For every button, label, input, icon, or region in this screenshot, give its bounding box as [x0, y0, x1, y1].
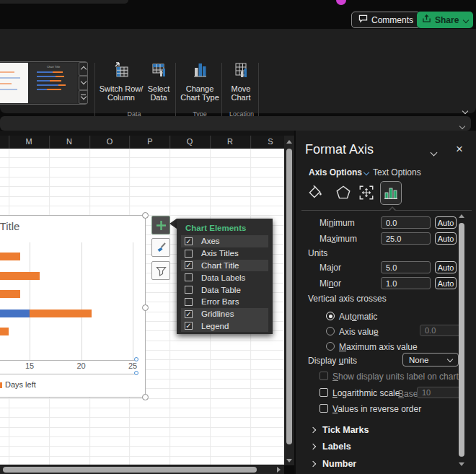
panel-scroll-thumb[interactable] — [459, 223, 464, 457]
axis-tick-label[interactable]: 25 — [125, 361, 141, 370]
checkbox-icon[interactable]: ✓ — [185, 237, 193, 245]
axis-value-radio[interactable] — [326, 327, 335, 335]
checkbox-icon[interactable] — [185, 250, 193, 258]
max-axis-value-radio[interactable] — [326, 342, 335, 351]
axis-tick-label[interactable]: 20 — [74, 361, 89, 370]
scroll-down-arrow-icon[interactable] — [286, 459, 292, 462]
axis-selection-handle-bottom[interactable] — [134, 371, 138, 375]
change-chart-type-button[interactable]: Change Chart Type — [177, 61, 223, 102]
checkbox-icon[interactable] — [185, 286, 193, 294]
section-tick-marks[interactable]: Tick Marks — [322, 425, 369, 435]
chart-filters-funnel-button[interactable] — [151, 261, 170, 280]
share-dropdown-chevron-icon[interactable] — [463, 17, 469, 22]
axis-options-chevron-icon[interactable] — [363, 170, 369, 175]
labels-chevron-icon[interactable] — [310, 444, 316, 449]
gallery-scroll-up-button[interactable] — [79, 62, 88, 76]
grid-hscroll-thumb[interactable] — [3, 467, 257, 473]
checkbox-icon[interactable] — [185, 298, 193, 306]
legend-label[interactable]: Days left — [5, 380, 36, 389]
column-header-R[interactable]: R — [210, 137, 250, 146]
axis-value-input[interactable] — [420, 325, 462, 336]
chart-element-item-gridlines[interactable]: ✓Gridlines — [181, 308, 268, 320]
select-data-button[interactable]: Select Data — [144, 61, 173, 102]
base-input[interactable] — [417, 387, 462, 398]
chart-styles-brush-button[interactable] — [151, 238, 170, 257]
scroll-up-arrow-icon[interactable] — [286, 140, 292, 144]
show-units-checkbox[interactable] — [319, 372, 328, 380]
automatic-radio[interactable] — [326, 312, 335, 320]
minor-auto-button[interactable]: Auto — [435, 277, 457, 289]
axis-options-tab-selected[interactable] — [380, 181, 402, 205]
major-auto-button[interactable]: Auto — [435, 261, 457, 273]
bar-segment-orange[interactable] — [0, 253, 20, 260]
maximum-auto-button[interactable]: Auto — [435, 232, 457, 245]
minor-input[interactable] — [381, 277, 431, 289]
chart-elements-plus-button[interactable] — [151, 216, 170, 234]
display-units-dropdown[interactable]: None — [402, 353, 459, 367]
grid-horizontal-scrollbar[interactable] — [0, 465, 284, 474]
chart-element-item-axes[interactable]: ✓Axes — [181, 235, 268, 247]
checkbox-icon[interactable] — [185, 273, 193, 281]
maximum-input[interactable] — [381, 232, 431, 245]
axis-tick-label[interactable]: 15 — [22, 361, 38, 370]
minimum-auto-button[interactable]: Auto — [435, 216, 457, 229]
tab-axis-options[interactable]: Axis Options — [309, 167, 362, 177]
panel-scroll-down-icon[interactable] — [459, 462, 464, 466]
account-avatar[interactable] — [336, 0, 346, 5]
chart-element-item-data-table[interactable]: Data Table — [181, 284, 268, 296]
axis-selection-handle-top[interactable] — [134, 357, 138, 361]
reverse-order-checkbox[interactable] — [319, 404, 328, 413]
logarithmic-scale-checkbox[interactable] — [319, 388, 328, 397]
checkbox-icon[interactable]: ✓ — [185, 261, 193, 269]
bar-segment-blue[interactable] — [0, 310, 30, 317]
panel-collapse-chevron-icon[interactable] — [431, 146, 436, 157]
fill-line-bucket-icon[interactable] — [307, 184, 324, 203]
chart-resize-handle-right[interactable] — [142, 304, 149, 311]
bar-segment-orange[interactable] — [0, 272, 40, 280]
scroll-right-arrow-icon[interactable] — [277, 467, 281, 473]
bar-segment-orange[interactable] — [0, 290, 20, 298]
column-header-N[interactable]: N — [49, 137, 89, 146]
tick-marks-chevron-icon[interactable] — [310, 427, 316, 433]
number-chevron-icon[interactable] — [310, 461, 316, 467]
tab-text-options[interactable]: Text Options — [373, 167, 421, 177]
grid-vscroll-thumb[interactable] — [286, 149, 292, 444]
chart-element-item-chart-title[interactable]: ✓Chart Title — [181, 260, 268, 272]
column-header-P[interactable]: P — [130, 137, 170, 146]
move-chart-button[interactable]: Move Chart — [225, 61, 257, 102]
formula-bar[interactable] — [0, 116, 471, 131]
column-header-O[interactable]: O — [89, 137, 130, 146]
chart-area[interactable]: Chart Title 152025 Days left — [0, 215, 146, 398]
switch-row-column-button[interactable]: Switch Row/ Column — [99, 61, 144, 102]
column-header-Q[interactable]: Q — [169, 137, 210, 146]
effects-pentagon-icon[interactable] — [335, 184, 352, 203]
column-header-M[interactable]: M — [9, 137, 49, 146]
size-properties-icon[interactable] — [358, 184, 375, 203]
panel-scroll-up-icon[interactable] — [459, 214, 464, 218]
section-labels[interactable]: Labels — [322, 442, 351, 452]
chart-element-item-data-labels[interactable]: Data Labels — [181, 271, 268, 284]
bar-segment-orange[interactable] — [0, 328, 9, 335]
collapse-ribbon-chevron-icon[interactable] — [459, 105, 472, 115]
chart-element-item-legend[interactable]: ✓Legend — [181, 320, 268, 333]
chart-resize-handle-top-right[interactable] — [142, 212, 149, 219]
chart-style-thumbnail-light[interactable] — [0, 63, 28, 103]
chart-element-item-error-bars[interactable]: Error Bars — [181, 296, 268, 308]
bar-segment-orange[interactable] — [30, 310, 92, 317]
panel-close-icon[interactable]: × — [456, 142, 463, 157]
chart-resize-handle-bottom-right[interactable] — [142, 394, 149, 400]
gallery-scroll-down-button[interactable] — [79, 76, 88, 89]
checkbox-icon[interactable]: ✓ — [185, 310, 193, 318]
formula-bar-expand-chevron-icon[interactable] — [460, 120, 464, 131]
minimum-input[interactable] — [381, 216, 431, 229]
checkbox-icon[interactable]: ✓ — [185, 322, 193, 330]
chart-element-item-axis-titles[interactable]: Axis Titles — [181, 247, 268, 260]
section-number[interactable]: Number — [322, 459, 356, 469]
chart-title[interactable]: Chart Title — [0, 220, 19, 232]
share-button[interactable]: Share — [417, 12, 473, 28]
comments-button[interactable]: Comments — [351, 12, 420, 28]
grid-vertical-scrollbar[interactable] — [284, 136, 294, 465]
chart-style-thumbnail-dark[interactable]: Chart Title — [30, 63, 77, 103]
gallery-more-button[interactable] — [79, 90, 88, 104]
major-input[interactable] — [381, 261, 431, 273]
